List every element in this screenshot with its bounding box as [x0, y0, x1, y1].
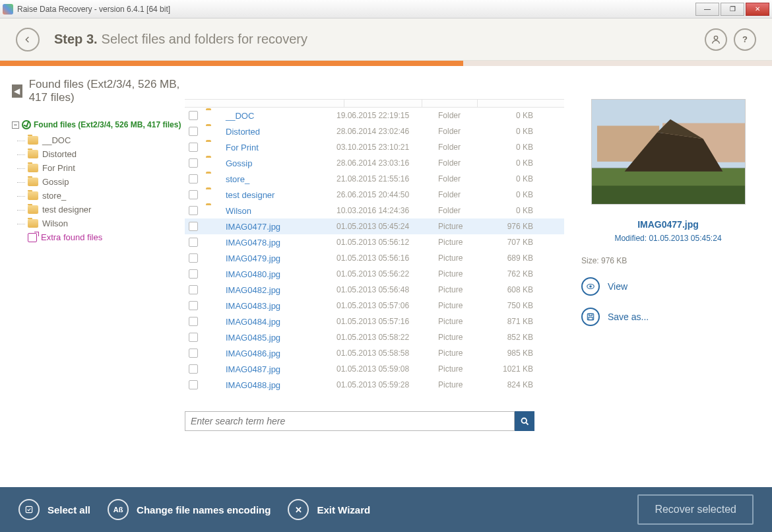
- table-row[interactable]: IMAG0486.jpg01.05.2013 05:58:58Picture98…: [185, 345, 564, 361]
- breadcrumb-text: Found files (Ext2/3/4, 526 MB, 417 files…: [29, 78, 185, 104]
- file-name: IMAG0486.jpg: [226, 349, 337, 358]
- tree-item-label: For Print: [42, 163, 75, 173]
- save-as-button[interactable]: Save as...: [581, 308, 649, 326]
- file-name: __DOC: [226, 111, 337, 121]
- table-row[interactable]: IMAG0483.jpg01.05.2013 05:57:06Picture75…: [185, 298, 564, 314]
- folder-icon: [28, 178, 38, 186]
- table-row[interactable]: IMAG0479.jpg01.05.2013 05:56:16Picture68…: [185, 250, 564, 266]
- view-label: View: [608, 281, 627, 292]
- file-date: 01.05.2013 05:58:58: [337, 349, 438, 358]
- row-checkbox[interactable]: [189, 127, 198, 136]
- tree-item[interactable]: Distorted: [12, 147, 185, 161]
- table-row[interactable]: IMAG0484.jpg01.05.2013 05:57:16Picture87…: [185, 314, 564, 329]
- preview-modified: Modified: 01.05.2013 05:45:24: [614, 234, 721, 243]
- table-row[interactable]: For Print03.10.2015 23:10:21Folder0 KB: [185, 139, 564, 155]
- tree-item[interactable]: __DOC: [12, 133, 185, 147]
- file-rows[interactable]: __DOC19.06.2015 22:19:15Folder0 KBDistor…: [185, 108, 564, 405]
- encoding-button[interactable]: Aß Change file names encoding: [108, 499, 271, 520]
- tree-item[interactable]: store_: [12, 189, 185, 203]
- row-checkbox[interactable]: [189, 317, 198, 326]
- help-icon[interactable]: ?: [734, 28, 756, 51]
- tree-item[interactable]: Wilson: [12, 216, 185, 230]
- maximize-button[interactable]: ❐: [721, 3, 744, 16]
- file-name: IMAG0484.jpg: [226, 317, 337, 327]
- encoding-label: Change file names encoding: [137, 504, 271, 515]
- row-checkbox[interactable]: [189, 190, 198, 199]
- row-checkbox[interactable]: [189, 349, 198, 358]
- table-row[interactable]: IMAG0477.jpg01.05.2013 05:45:24Picture97…: [185, 218, 564, 234]
- select-all-button[interactable]: Select all: [18, 499, 90, 520]
- row-checkbox[interactable]: [189, 253, 198, 263]
- recover-selected-label: Recover selected: [655, 504, 736, 515]
- tree-item[interactable]: test designer: [12, 203, 185, 216]
- file-type: Picture: [438, 301, 484, 310]
- save-icon: [581, 308, 600, 326]
- tree-root[interactable]: − Found files (Ext2/3/4, 526 MB, 417 fil…: [12, 120, 185, 129]
- row-checkbox[interactable]: [189, 364, 198, 374]
- table-row[interactable]: Distorted28.06.2014 23:02:46Folder0 KB: [185, 123, 564, 139]
- folder-icon: [28, 205, 38, 214]
- row-checkbox[interactable]: [189, 111, 198, 120]
- back-button[interactable]: [16, 28, 40, 51]
- svg-point-1: [521, 418, 527, 423]
- tree-item[interactable]: Gossip: [12, 175, 185, 189]
- checkmark-icon: [22, 120, 31, 129]
- search-input[interactable]: [185, 411, 515, 431]
- table-row[interactable]: __DOC19.06.2015 22:19:15Folder0 KB: [185, 108, 564, 123]
- file-size: 0 KB: [484, 143, 540, 152]
- recover-selected-button[interactable]: Recover selected: [637, 494, 754, 525]
- row-checkbox[interactable]: [189, 222, 198, 231]
- table-row[interactable]: store_21.08.2015 21:55:16Folder0 KB: [185, 171, 564, 187]
- row-checkbox[interactable]: [189, 285, 198, 294]
- table-row[interactable]: Gossip28.06.2014 23:03:16Folder0 KB: [185, 155, 564, 171]
- view-button[interactable]: View: [581, 277, 627, 296]
- file-name: IMAG0485.jpg: [226, 333, 337, 343]
- row-checkbox[interactable]: [189, 174, 198, 183]
- row-checkbox[interactable]: [189, 269, 198, 279]
- table-row[interactable]: IMAG0488.jpg01.05.2013 05:59:28Picture82…: [185, 377, 564, 393]
- row-checkbox[interactable]: [189, 333, 198, 342]
- file-name: test designer: [226, 190, 337, 200]
- file-type: Picture: [438, 317, 484, 326]
- minimize-button[interactable]: —: [695, 3, 719, 16]
- exit-wizard-button[interactable]: ✕ Exit Wizard: [288, 499, 370, 520]
- collapse-icon[interactable]: −: [12, 121, 19, 129]
- table-row[interactable]: IMAG0485.jpg01.05.2013 05:58:22Picture85…: [185, 329, 564, 345]
- table-row[interactable]: IMAG0478.jpg01.05.2013 05:56:12Picture70…: [185, 234, 564, 250]
- row-checkbox[interactable]: [189, 143, 198, 152]
- row-checkbox[interactable]: [189, 301, 198, 310]
- account-icon[interactable]: [705, 28, 727, 51]
- tree-item-label: __DOC: [42, 135, 71, 145]
- row-checkbox[interactable]: [189, 158, 198, 168]
- row-checkbox[interactable]: [189, 206, 198, 215]
- folder-icon: [28, 136, 38, 145]
- back-square-icon[interactable]: ◀: [12, 84, 22, 98]
- row-checkbox[interactable]: [189, 380, 198, 389]
- folder-icon: [28, 164, 38, 172]
- table-row[interactable]: IMAG0482.jpg01.05.2013 05:56:48Picture60…: [185, 282, 564, 298]
- table-row[interactable]: IMAG0480.jpg01.05.2013 05:56:22Picture76…: [185, 266, 564, 282]
- table-row[interactable]: Wilson10.03.2016 14:24:36Folder0 KB: [185, 203, 564, 218]
- table-row[interactable]: IMAG0487.jpg01.05.2013 05:59:08Picture10…: [185, 361, 564, 377]
- svg-point-0: [714, 36, 717, 39]
- file-name: IMAG0479.jpg: [226, 253, 337, 263]
- wizard-progress: [0, 61, 772, 66]
- tree-item[interactable]: For Print: [12, 161, 185, 175]
- file-name: IMAG0487.jpg: [226, 364, 337, 374]
- exit-wizard-label: Exit Wizard: [317, 504, 370, 515]
- row-checkbox[interactable]: [189, 238, 198, 247]
- file-size: 1021 KB: [484, 364, 540, 374]
- file-date: 03.10.2015 23:10:21: [337, 143, 438, 152]
- step-number: Step 3.: [54, 32, 98, 47]
- file-date: 01.05.2013 05:57:16: [337, 317, 438, 326]
- file-name: Wilson: [226, 206, 337, 216]
- search-button[interactable]: [515, 411, 534, 431]
- encoding-icon: Aß: [108, 499, 129, 520]
- file-date: 01.05.2013 05:59:08: [337, 364, 438, 374]
- file-type: Picture: [438, 285, 484, 294]
- table-row[interactable]: test designer26.06.2015 20:44:50Folder0 …: [185, 187, 564, 203]
- close-button[interactable]: ✕: [746, 3, 769, 16]
- tree-extra-files[interactable]: Extra found files: [12, 230, 185, 244]
- file-date: 01.05.2013 05:56:16: [337, 253, 438, 263]
- file-size: 0 KB: [484, 158, 540, 168]
